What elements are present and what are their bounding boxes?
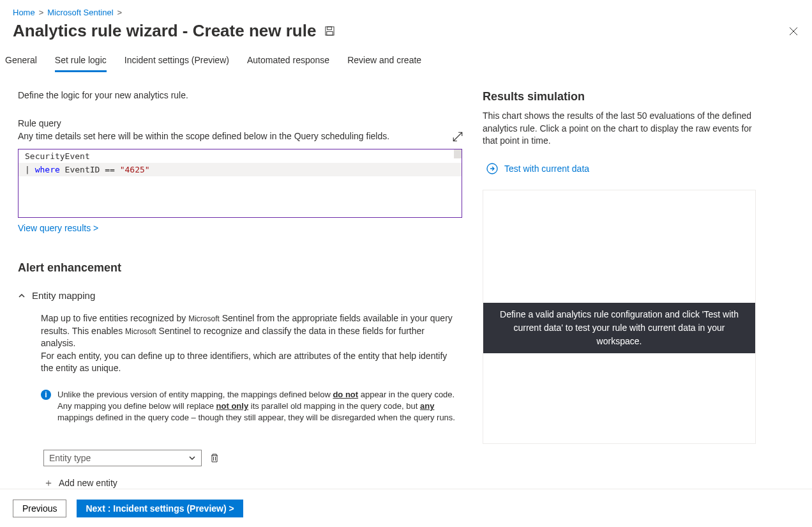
query-text: SecurityEvent — [25, 151, 90, 161]
results-chart-banner: Define a valid analytics rule configurat… — [483, 303, 755, 353]
query-text: EventID == — [60, 165, 120, 174]
close-icon[interactable] — [786, 24, 801, 38]
entity-mapping-label: Entity mapping — [32, 290, 95, 301]
chevron-up-icon — [18, 292, 26, 300]
info-icon: i — [41, 390, 51, 400]
previous-button[interactable]: Previous — [13, 500, 66, 517]
minimap — [454, 149, 462, 158]
results-chart-container: Define a valid analytics rule configurat… — [483, 190, 756, 444]
tab-strip: General Set rule logic Incident settings… — [0, 49, 812, 72]
add-new-entity-button[interactable]: ＋ Add new entity — [43, 477, 465, 490]
tab-review-create[interactable]: Review and create — [347, 49, 421, 72]
breadcrumb: Home > Microsoft Sentinel > — [0, 0, 812, 21]
alert-enhancement-heading: Alert enhancement — [18, 261, 465, 275]
query-text: | — [25, 165, 35, 174]
rule-query-desc: Any time details set here will be within… — [18, 131, 465, 141]
add-new-entity-label: Add new entity — [59, 478, 117, 488]
save-icon[interactable] — [325, 26, 335, 36]
trash-icon[interactable] — [209, 453, 220, 463]
breadcrumb-home[interactable]: Home — [13, 8, 35, 17]
expand-icon[interactable] — [452, 131, 463, 142]
query-keyword: where — [35, 165, 60, 174]
query-string: "4625" — [120, 165, 150, 174]
svg-text:i: i — [45, 390, 47, 399]
next-button[interactable]: Next : Incident settings (Preview) > — [77, 500, 243, 517]
svg-rect-1 — [327, 27, 332, 30]
page-title: Analytics rule wizard - Create new rule — [13, 21, 316, 41]
breadcrumb-sep: > — [117, 8, 123, 17]
entity-type-placeholder: Entity type — [49, 453, 91, 463]
plus-icon: ＋ — [43, 477, 54, 490]
tab-set-rule-logic[interactable]: Set rule logic — [55, 49, 107, 72]
intro-text: Define the logic for your new analytics … — [18, 90, 465, 100]
svg-rect-2 — [327, 31, 333, 35]
entity-mapping-toggle[interactable]: Entity mapping — [18, 290, 465, 301]
info-block: i Unlike the previous version of entity … — [41, 389, 456, 424]
breadcrumb-sentinel[interactable]: Microsoft Sentinel — [47, 8, 113, 17]
breadcrumb-sep: > — [39, 8, 44, 17]
results-simulation-desc: This chart shows the results of the last… — [483, 110, 753, 148]
test-with-current-data-button[interactable]: Test with current data — [486, 163, 753, 174]
tab-general[interactable]: General — [5, 49, 37, 72]
rule-query-label: Rule query — [18, 118, 465, 128]
test-label: Test with current data — [504, 164, 589, 174]
tab-incident-settings[interactable]: Incident settings (Preview) — [124, 49, 229, 72]
view-query-results-link[interactable]: View query results > — [18, 223, 98, 233]
entity-type-select[interactable]: Entity type — [43, 450, 202, 466]
results-simulation-heading: Results simulation — [483, 90, 753, 103]
tab-automated-response[interactable]: Automated response — [247, 49, 329, 72]
chevron-down-icon — [188, 454, 196, 462]
arrow-right-circle-icon — [486, 163, 498, 174]
query-editor[interactable]: SecurityEvent | where EventID == "4625" — [18, 149, 462, 218]
entity-mapping-description: Map up to five entities recognized by Mi… — [41, 312, 456, 375]
